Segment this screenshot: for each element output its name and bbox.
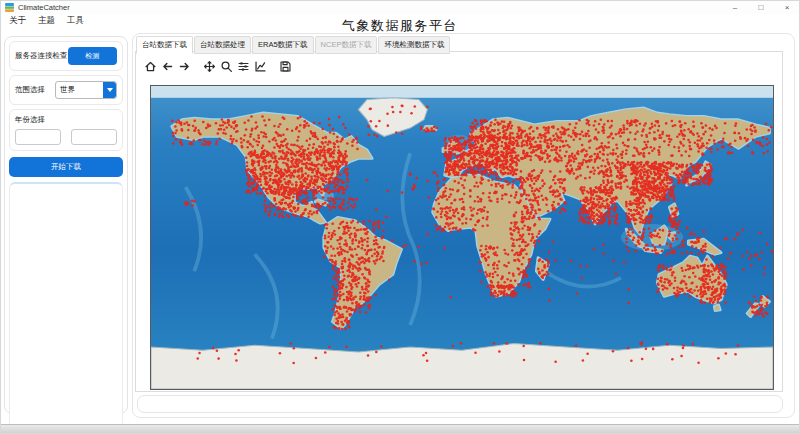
year-select-label: 年份选择 [15, 115, 117, 125]
line-chart-icon [254, 60, 267, 73]
home-button[interactable] [142, 58, 159, 75]
range-select-dropdown[interactable]: 世界 [55, 81, 117, 99]
app-logo-icon [5, 3, 14, 12]
range-select-label: 范围选择 [15, 85, 45, 95]
forward-button[interactable] [176, 58, 193, 75]
window-controls: – □ × [722, 0, 800, 14]
map-toolbar [142, 57, 294, 75]
tab-env-monitor-download[interactable]: 环境检测数据下载 [378, 36, 450, 54]
forward-arrow-icon [178, 60, 191, 73]
zoom-rect-button[interactable] [218, 58, 235, 75]
year-end-input[interactable] [71, 129, 117, 145]
sidebar: 服务器连接检查 检测 范围选择 世界 年份选择 开始下载 [4, 36, 128, 414]
menu-item-theme[interactable]: 主题 [33, 14, 60, 28]
bottom-strip [0, 424, 800, 434]
back-button[interactable] [159, 58, 176, 75]
tab-station-download[interactable]: 台站数据下载 [136, 36, 193, 54]
tab-station-processing[interactable]: 台站数据处理 [194, 36, 251, 54]
menu-item-about[interactable]: 关于 [4, 14, 31, 28]
save-button[interactable] [277, 58, 294, 75]
home-icon [144, 60, 157, 73]
sliders-icon [237, 60, 250, 73]
start-download-button[interactable]: 开始下载 [9, 157, 123, 177]
status-panel [137, 395, 783, 413]
window-title: ClimateCatcher [18, 3, 70, 12]
back-arrow-icon [161, 60, 174, 73]
year-input-row [15, 129, 117, 145]
magnifier-icon [220, 60, 233, 73]
edit-axes-button[interactable] [252, 58, 269, 75]
minimize-button[interactable]: – [722, 0, 748, 14]
dropdown-arrow-button[interactable] [103, 82, 116, 98]
tab-bar: 台站数据下载 台站数据处理 ERA5数据下载 NCEP数据下载 环境检测数据下载 [136, 36, 451, 54]
range-selected-value: 世界 [56, 82, 103, 98]
chevron-down-icon [107, 88, 113, 92]
floppy-disk-icon [279, 60, 292, 73]
sidebar-log-panel [9, 182, 123, 433]
title-bar: ClimateCatcher – □ × [0, 0, 800, 14]
tab-era5-download[interactable]: ERA5数据下载 [252, 36, 314, 54]
server-check-button[interactable]: 检测 [68, 47, 118, 65]
maximize-button[interactable]: □ [748, 0, 774, 14]
year-select-group: 年份选择 [9, 109, 123, 151]
menu-bar: 关于 主题 工具 [4, 14, 89, 27]
close-button[interactable]: × [774, 0, 800, 14]
server-check-group: 服务器连接检查 检测 [9, 41, 123, 71]
world-station-map[interactable] [150, 85, 774, 390]
year-start-input[interactable] [15, 129, 61, 145]
server-check-label: 服务器连接检查 [15, 51, 68, 61]
configure-subplots-button[interactable] [235, 58, 252, 75]
range-select-group: 范围选择 世界 [9, 75, 123, 105]
tab-ncep-download: NCEP数据下载 [315, 36, 378, 54]
pan-button[interactable] [201, 58, 218, 75]
pan-icon [203, 60, 216, 73]
map-canvas [151, 86, 773, 389]
menu-item-tools[interactable]: 工具 [62, 14, 89, 28]
